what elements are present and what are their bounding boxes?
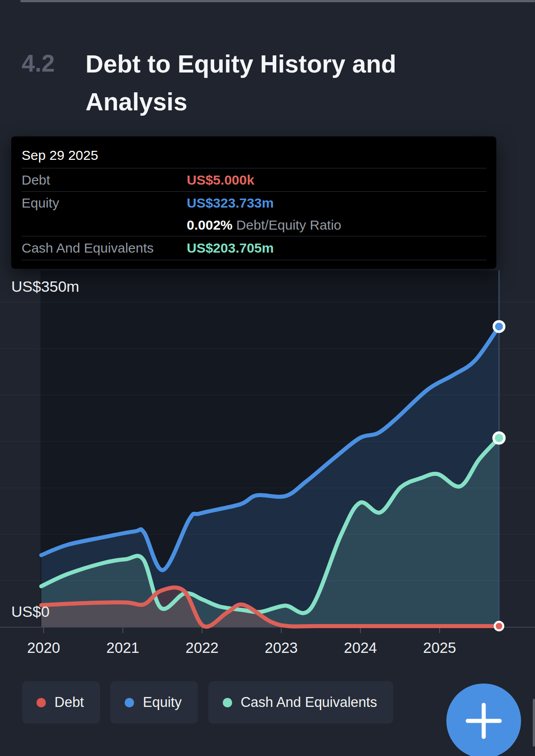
legend-chip-equity[interactable]: Equity bbox=[110, 681, 198, 724]
x-tick-label-2021: 2021 bbox=[106, 639, 139, 656]
tooltip-row-debt: Debt US$5.000k bbox=[22, 168, 486, 192]
legend-label-equity: Equity bbox=[143, 694, 181, 711]
page-title: Debt to Equity History andAnalysis bbox=[85, 45, 472, 121]
x-tick-label-2025: 2025 bbox=[423, 639, 456, 656]
x-tick-label-2023: 2023 bbox=[265, 639, 297, 656]
legend-chip-cash[interactable]: Cash And Equivalents bbox=[208, 681, 393, 724]
legend-label-debt: Debt bbox=[54, 694, 84, 711]
legend-chip-debt[interactable]: Debt bbox=[22, 681, 100, 724]
debt-equity-ratio-value: 0.002% bbox=[187, 217, 233, 232]
app-screen: 4.2 Debt to Equity History andAnalysis S… bbox=[0, 0, 535, 756]
add-button[interactable] bbox=[446, 684, 521, 756]
debt-dot-icon bbox=[36, 698, 46, 707]
tooltip-row-ratio: 0.002% Debt/Equity Ratio bbox=[22, 214, 486, 236]
debt-equity-ratio-label: Debt/Equity Ratio bbox=[236, 217, 341, 232]
plus-icon bbox=[466, 703, 502, 739]
tooltip-label-debt: Debt bbox=[22, 172, 50, 188]
top-scrollbar[interactable] bbox=[20, 0, 535, 2]
chart-tooltip: Sep 29 2025 Debt US$5.000k Equity US$323… bbox=[11, 136, 496, 269]
x-tick-label-2022: 2022 bbox=[185, 639, 218, 656]
debt-equity-chart[interactable]: US$350mUS$0202020212022202320242025 bbox=[0, 252, 535, 666]
cash-dot-icon bbox=[223, 698, 232, 707]
section-number: 4.2 bbox=[22, 50, 55, 77]
tooltip-label-equity: Equity bbox=[22, 195, 59, 211]
legend-label-cash: Cash And Equivalents bbox=[241, 694, 377, 711]
tooltip-value-debt: US$5.000k bbox=[187, 172, 254, 188]
end-dot-debt[interactable] bbox=[495, 622, 504, 630]
y-axis-label-max: US$350m bbox=[11, 278, 79, 295]
equity-dot-icon bbox=[125, 698, 134, 707]
tooltip-date: Sep 29 2025 bbox=[22, 143, 486, 168]
tooltip-value-equity: US$323.733m bbox=[187, 195, 274, 211]
y-axis-label-zero: US$0 bbox=[11, 603, 49, 620]
x-tick-label-2024: 2024 bbox=[344, 639, 377, 656]
chart-legend: Debt Equity Cash And Equivalents bbox=[22, 681, 404, 724]
end-dot-cash-and-equivalents[interactable] bbox=[494, 433, 504, 444]
end-dot-equity[interactable] bbox=[494, 321, 504, 332]
right-scrollbar[interactable] bbox=[533, 699, 535, 747]
x-tick-label-2020: 2020 bbox=[27, 639, 60, 656]
tooltip-row-equity: Equity US$323.733m bbox=[22, 192, 486, 214]
